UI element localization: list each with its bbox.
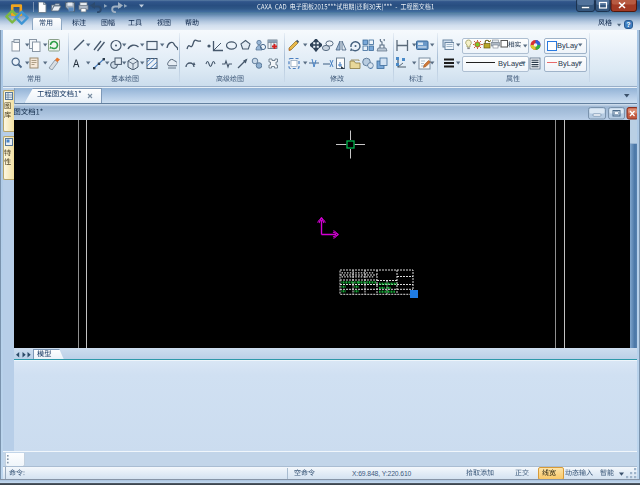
svg-text:?: ? <box>626 21 630 28</box>
